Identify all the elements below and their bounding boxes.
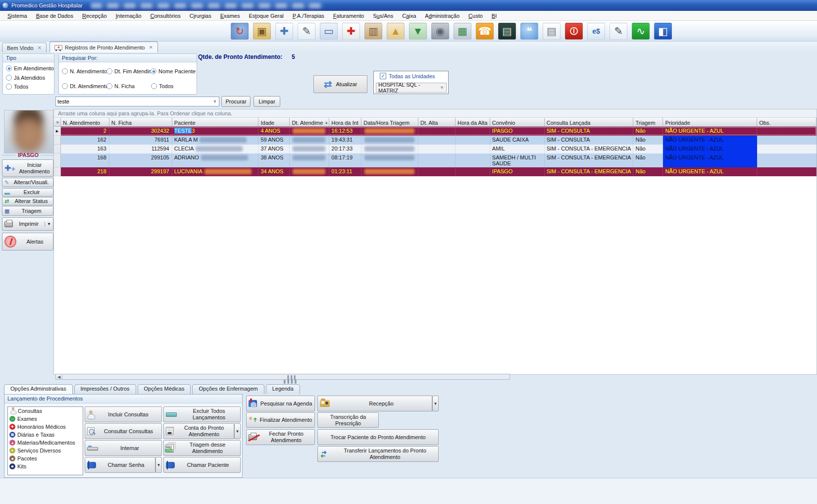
bottom-tab-legenda[interactable]: Legenda xyxy=(266,384,300,394)
bottom-tab-impress-es-outros[interactable]: Impressões / Outros xyxy=(74,384,136,394)
chamar-paciente-button[interactable]: Chamar Paciente xyxy=(163,457,241,473)
bottom-tab-op-es-adminstrativas[interactable]: Opções Adminstrativas xyxy=(4,384,73,394)
pesquisar-radio-n-atendimento[interactable]: N. Atendimento xyxy=(62,68,107,74)
horizontal-scrollbar[interactable]: ◀ ▐▐▐ xyxy=(55,374,510,380)
transcricao-prescricao-button[interactable]: Transcrição da Prescrição xyxy=(317,412,379,428)
search-combobox[interactable]: ▼ xyxy=(55,97,219,106)
menu-bi[interactable]: BI xyxy=(487,12,501,20)
triagem-atendimento-button[interactable]: Triagem desse Atendimento xyxy=(163,440,241,456)
ambulance-icon[interactable]: ✚ xyxy=(342,23,360,40)
e-billing-icon[interactable]: e$ xyxy=(587,23,605,40)
column-header-dt-atendime[interactable]: Dt. Atendime▲ xyxy=(290,118,329,127)
stock-icon[interactable]: ▥ xyxy=(364,23,382,40)
power-icon[interactable]: ⏼ xyxy=(565,23,583,40)
procedure-item-honor-rios-m-dicos[interactable]: ✚Honorários Médicos xyxy=(8,423,83,431)
safe-icon[interactable]: ◉ xyxy=(431,23,449,40)
invoice-icon[interactable]: ▤ xyxy=(543,23,561,40)
menu-sistema[interactable]: Sistema xyxy=(3,12,32,20)
column-header-hora-da-alta[interactable]: Hora da Alta xyxy=(456,118,490,127)
close-icon[interactable]: ✕ xyxy=(149,45,153,50)
menu-cirurgias[interactable]: Cirurgias xyxy=(185,12,216,20)
consultar-consultas-button[interactable]: Consultar Consultas xyxy=(85,423,162,439)
senha-dropdown-chevron-icon[interactable]: ▼ xyxy=(155,457,162,473)
trocar-paciente-button[interactable]: Trocar Paciente do Pronto Atendimento xyxy=(317,429,439,445)
imprimir-button[interactable]: Imprimir ▼ xyxy=(2,217,53,231)
pesquisar-radio-n-ficha[interactable]: N. Ficha xyxy=(106,83,135,89)
column-header-idade[interactable]: Idade xyxy=(258,118,290,127)
menu-exames[interactable]: Exames xyxy=(216,12,245,20)
procedure-item-exames[interactable]: ~Exames xyxy=(8,415,83,423)
table-row[interactable]: 16276911KARLA M 59 ANOS19:43:31SAUDE CAI… xyxy=(54,136,817,145)
doctor-icon[interactable]: ✚ xyxy=(275,23,293,40)
patient-records-icon[interactable]: ▣ xyxy=(253,23,271,40)
menu-faturamento[interactable]: Faturamento xyxy=(329,12,368,20)
fechar-pronto-atendimento-button[interactable]: Fechar Pronto Atendimento xyxy=(246,429,315,445)
billing-calculator-icon[interactable]: ▦ xyxy=(454,23,471,40)
tipo-radio-todos[interactable]: Todos xyxy=(6,84,28,90)
column-header-prioridade[interactable]: Prioridade xyxy=(663,118,757,127)
column-header-paciente[interactable]: Paciente xyxy=(172,118,259,127)
recepcao-dropdown-chevron-icon[interactable]: ▼ xyxy=(432,396,439,411)
menu-custo[interactable]: Custo xyxy=(464,12,487,20)
payment-down-icon[interactable]: ▼ xyxy=(409,23,427,40)
limpar-button[interactable]: Limpar xyxy=(254,96,280,107)
row-selector-header[interactable]: ✱ xyxy=(54,118,61,127)
triagem-button[interactable]: ▦ Triagem xyxy=(2,206,53,216)
tipo-radio-em-atendimento[interactable]: Em Atendimento xyxy=(6,65,54,71)
tipo-radio-j-atendidos[interactable]: Já Atendidos xyxy=(6,75,45,81)
tab-registros-pronto-atendimento[interactable]: Registros de Pronto Atendimento ✕ xyxy=(50,42,158,52)
phone-directory-icon[interactable]: ☎ xyxy=(476,23,494,40)
todas-unidades-checkbox[interactable]: ✓ xyxy=(380,73,386,79)
table-row[interactable]: 218299197LUCIVANIA 34 ANOS01:23:11IPASGO… xyxy=(54,167,817,176)
chamar-senha-button[interactable]: Chamar Senha xyxy=(85,457,155,473)
column-header-n-ficha[interactable]: N. Ficha xyxy=(109,118,172,127)
procedure-item-consultas[interactable]: Consultas xyxy=(8,407,83,415)
internar-button[interactable]: Internar xyxy=(85,440,162,456)
pesquisar-radio-dt-atendimento[interactable]: Dt. Atendimento xyxy=(62,83,108,89)
column-header-data-hora-triagem[interactable]: Data/Hora Triagem xyxy=(361,118,418,127)
pesquisar-radio-nome-paciente[interactable]: Nome Paciente xyxy=(151,68,196,74)
column-header-n-atendimento[interactable]: N. Atendimento xyxy=(61,118,109,127)
table-row[interactable]: 168299105ADRIANO 38 ANOS08:17:19SAMEDH /… xyxy=(54,153,817,167)
menu-p-a-terapias[interactable]: P.A./Terapias xyxy=(288,12,329,20)
table-row[interactable]: 163112594CLECIA 37 ANOS20:17:33AMILSIM -… xyxy=(54,145,817,153)
excluir-todos-lancamentos-button[interactable]: Excluir Todos Lançamentos xyxy=(163,406,241,422)
unidade-dropdown[interactable]: HOSPITAL SQL - MATRIZ ▼ xyxy=(376,83,447,93)
vitals-monitor-icon[interactable]: ∿ xyxy=(632,23,650,40)
alterar-status-button[interactable]: ⇄ Alterar Status xyxy=(2,197,53,205)
pesquisar-radio-dt-fim-atendime[interactable]: Dt. Fim Atendime xyxy=(106,68,156,74)
procedure-item-pacotes[interactable]: ■Pacotes xyxy=(8,454,83,462)
menu-caixa[interactable]: Caixa xyxy=(398,12,420,20)
column-header-dt-alta[interactable]: Dt. Alta xyxy=(418,118,456,127)
scroll-left-icon[interactable]: ◀ xyxy=(55,374,62,380)
procedure-item-servi-os-diversos[interactable]: ★Serviços Diversos xyxy=(8,447,83,454)
report-pen-icon[interactable]: ✎ xyxy=(610,23,627,40)
column-header-conv-nio[interactable]: Convênio xyxy=(490,118,545,127)
conta-dropdown-chevron-icon[interactable]: ▼ xyxy=(234,423,241,439)
pesquisar-agenda-button[interactable]: Pesquisar na Agenda xyxy=(246,396,315,411)
excluir-button[interactable]: ▬ Excluir xyxy=(2,188,53,197)
conta-pronto-atendimento-button[interactable]: Conta do Pronto Atendimento xyxy=(163,423,234,439)
column-header-triagem[interactable]: Triagem xyxy=(633,118,663,127)
ledger-book-icon[interactable]: ▤ xyxy=(498,23,516,40)
menu-estoque-geral[interactable]: Estoque Geral xyxy=(244,12,288,20)
procurar-button[interactable]: Procurar xyxy=(221,96,251,107)
menu-consult-rios[interactable]: Consultórios xyxy=(146,12,185,20)
menu-recep-o[interactable]: Recepção xyxy=(78,12,111,20)
column-header-consulta-lan-ada[interactable]: Consulta Lançada xyxy=(545,118,634,127)
chevron-down-icon[interactable]: ▼ xyxy=(211,99,219,104)
table-row[interactable]: ▸2302432TESTE 34 ANOS16:12:53IPASGOSIM -… xyxy=(54,127,817,136)
bottom-tab-op-es-m-dicas[interactable]: Opções Médicas xyxy=(138,384,191,394)
revenue-up-icon[interactable]: ▲ xyxy=(387,23,405,40)
menu-interna-o[interactable]: Internação xyxy=(111,12,146,20)
chat-icon[interactable]: ❝ xyxy=(520,23,538,40)
alertas-button[interactable]: Alertas xyxy=(2,233,53,251)
bottom-tab-op-es-de-enfermagem[interactable]: Opções de Enfermagem xyxy=(192,384,264,394)
alterar-visualizar-button[interactable]: ✎ Alterar/Visuali. xyxy=(2,178,53,187)
atualizar-button[interactable]: ⇄ Atualizar xyxy=(313,75,367,93)
refresh-contact-icon[interactable]: ↻ xyxy=(231,23,249,40)
incluir-consultas-button[interactable]: Incluir Consultas xyxy=(85,406,162,422)
finalizar-atendimento-button[interactable]: Finalizar Atendimento xyxy=(246,412,315,428)
search-input[interactable] xyxy=(56,99,211,104)
column-header-obs-[interactable]: Obs. xyxy=(757,118,817,127)
